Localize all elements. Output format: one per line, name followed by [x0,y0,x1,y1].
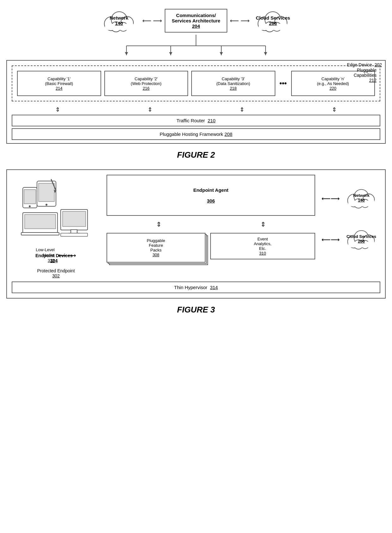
arrow-to-network-fig3: ⟵⟶ [322,195,340,202]
endpoint-agent-label: Endpoint Agent [193,187,228,193]
capability-3-box: Capability '3'(Data Sanitization) 218 [191,71,275,96]
pluggable-cap-label: PluggableCapabilities212 [354,68,377,83]
svg-marker-18 [125,52,128,55]
fig3-right-panel: ⟵⟶ [322,175,380,254]
event-analytics-ref: 310 [259,251,266,256]
endpoint-devices-label-fig3: Endpoint Devices 304 [35,253,72,263]
thin-hyp-label: Thin Hypervisor [174,285,207,290]
capability-1-box: Capability '1'(Basic Firewall) 214 [17,71,101,96]
cap1-ref: 214 [56,86,63,91]
page-container: Network 140 ⟵ ⟶ Communications/Services … [6,6,386,315]
cap3-label: Capability '3'(Data Sanitization) [216,76,250,86]
svg-rect-34 [63,211,86,227]
bottom-boxes-row: PluggableFeaturePacks 308 EventAnalytics… [107,233,315,269]
framework-box: Pluggable Hosting Framework 208 [12,128,380,140]
arrow-ud-1: ⇕ [12,106,104,113]
framework-label: Pluggable Hosting Framework [160,131,223,137]
svg-marker-21 [264,52,267,55]
pluggable-packs-label: PluggableFeaturePacks [147,238,165,252]
arrow-network-central-fig2: ⟵ ⟶ [140,17,165,24]
pluggable-packs-container: PluggableFeaturePacks 308 [107,233,205,263]
fig3-outer-box: Low-LevelHooks312 ⟵⟶ Protected Endpoint … [6,169,386,299]
protected-endpoint-label: Protected Endpoint 302 [37,268,75,278]
cap-router-arrows: ⇕ ⇕ ⇕ ⇕ [12,105,380,115]
communications-label: Communications/Services Architecture [172,13,220,23]
multi-down-arrows-svg [101,35,291,57]
arrow-central-cloud-fig2: ⟵ ⟶ [227,17,253,24]
pluggable-packs-ref: 308 [152,252,159,257]
cloud-services-cloud-fig3: Cloud Services 206 [342,225,380,252]
endpoint-agent-ref: 306 [207,198,215,203]
framework-ref: 208 [224,131,232,137]
communications-ref: 204 [172,23,220,29]
network-cloud-fig2: Network 140 [99,6,140,35]
agent-arrow-2: ⇕ [211,221,315,228]
figure2-caption: FIGURE 2 [6,150,386,160]
thin-hypervisor-box: Thin Hypervisor 314 [12,282,380,293]
figure3-section: Low-LevelHooks312 ⟵⟶ Protected Endpoint … [6,169,386,315]
endpoint-devices-illustration [20,175,92,238]
traffic-router-ref: 210 [208,118,216,123]
capn-label: Capability 'n'(e.g., As Needed) [317,76,349,86]
agent-arrow-1: ⇕ [107,221,211,228]
fig3-middle-panel: Endpoint Agent 306 ⇕ ⇕ [107,175,315,269]
dots-separator: ••• [279,79,288,88]
network-label-fig3: Network 140 [346,193,377,203]
svg-marker-19 [169,52,172,55]
cloud-services-label-fig3: Cloud Services 206 [346,234,377,244]
agent-to-bottom-arrows: ⇕ ⇕ [107,219,315,230]
arrow-ud-4: ⇕ [288,106,381,113]
edge-device-box: Edge Device 202 PluggableCapabilities212… [6,60,386,144]
svg-rect-31 [25,215,56,229]
cap3-ref: 218 [230,86,237,91]
endpoint-agent-box: Endpoint Agent 306 [107,175,315,216]
svg-rect-37 [61,233,88,236]
figure3-caption: FIGURE 3 [6,305,386,315]
svg-rect-26 [39,183,54,202]
pluggable-capabilities-box: PluggableCapabilities212 Capability '1'(… [12,65,380,101]
event-analytics-box: EventAnalytics,Etc. 310 [210,233,315,259]
arrow-ud-2: ⇕ [104,106,196,113]
svg-marker-20 [220,52,223,55]
capn-ref: 220 [329,86,336,91]
fig3-network-row: ⟵⟶ [322,184,380,213]
figure2-section: Network 140 ⟵ ⟶ Communications/Services … [6,6,386,160]
arrow-ud-3: ⇕ [196,106,288,113]
svg-point-24 [29,205,31,207]
cap2-label: Capability '2'(Web Protection) [131,76,162,86]
communications-box: Communications/Services Architecture 204 [165,9,227,33]
svg-rect-32 [21,233,59,235]
pluggable-packs-box: PluggableFeaturePacks 308 [107,233,205,263]
network-cloud-fig3: Network 140 [342,184,380,211]
svg-rect-23 [24,190,36,204]
network-label-fig2: Network 140 [102,15,137,26]
fig3-cloud-services-row: ⟵⟶ [322,225,380,254]
cloud-services-cloud-fig2: Cloud Services 206 [252,6,293,35]
cloud-services-label-fig2: Cloud Services 206 [255,15,290,26]
traffic-router-label: Traffic Router [176,118,205,123]
event-analytics-label: EventAnalytics,Etc. [254,237,272,251]
cap2-ref: 216 [143,86,150,91]
traffic-router-box: Traffic Router 210 [12,115,380,126]
fig2-top-row: Network 140 ⟵ ⟶ Communications/Services … [6,6,386,35]
svg-point-27 [46,204,47,206]
capabilities-row: Capability '1'(Basic Firewall) 214 Capab… [15,69,377,98]
arrow-to-cloud-fig3: ⟵⟶ [322,236,340,243]
cap1-label: Capability '1'(Basic Firewall) [45,76,73,86]
capability-2-box: Capability '2'(Web Protection) 216 [104,71,188,96]
thin-hyp-ref: 314 [210,285,218,290]
